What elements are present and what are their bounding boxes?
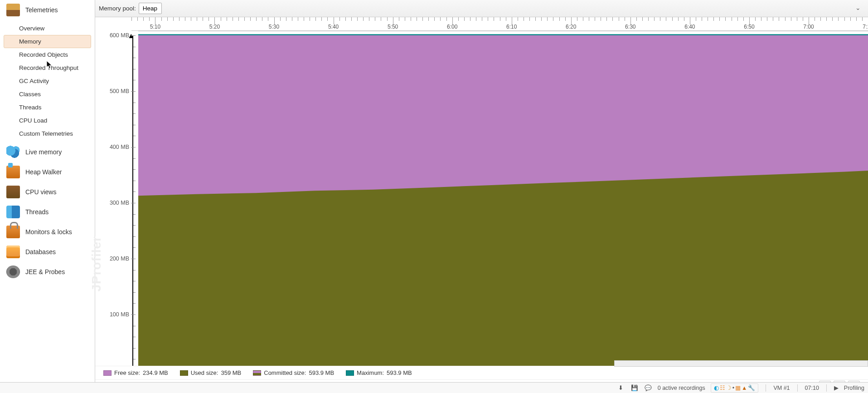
y-axis-label: 400 MB	[110, 144, 129, 150]
time-tick-minor	[417, 17, 417, 21]
time-tick-label: 5:10	[150, 24, 160, 30]
time-tick-minor	[791, 17, 791, 21]
time-tick-minor	[137, 17, 138, 21]
sidebar-section-monitors-locks[interactable]: Monitors & locks	[0, 222, 95, 242]
legend-label: Free size:	[114, 369, 140, 376]
time-tick-minor	[203, 17, 203, 21]
time-tick-label: 6:40	[684, 24, 695, 30]
y-axis-tick-minor	[133, 125, 136, 125]
time-tick-minor	[642, 17, 643, 21]
time-tick-minor	[440, 17, 441, 21]
sidebar-section-heap-walker[interactable]: Heap Walker	[0, 162, 95, 182]
time-tick-minor	[601, 17, 601, 21]
sidebar-section-label: Live memory	[25, 148, 62, 156]
telemetries-icon	[6, 4, 20, 16]
y-axis-label: 500 MB	[110, 88, 129, 94]
time-tick-minor	[167, 17, 168, 21]
time-tick-minor	[446, 17, 447, 21]
sidebar-item-cpu-load[interactable]: CPU Load	[4, 114, 91, 127]
cpu-views-icon	[6, 186, 20, 198]
legend-item: Committed size: 593.9 MB	[253, 369, 334, 376]
time-tick-minor	[280, 17, 281, 21]
sidebar-section-threads[interactable]: Threads	[0, 202, 95, 222]
time-tick-minor	[345, 17, 346, 21]
time-tick-minor	[381, 17, 381, 21]
y-axis-tick-minor	[133, 158, 136, 159]
time-tick-minor	[209, 17, 209, 21]
sidebar-section-databases[interactable]: Databases	[0, 242, 95, 262]
time-tick-minor	[702, 17, 702, 21]
time-tick-minor	[387, 17, 388, 21]
time-tick-minor	[357, 17, 358, 21]
time-tick-minor	[708, 17, 708, 21]
y-axis-label: 300 MB	[110, 200, 129, 206]
y-axis: ▲ 100 MB200 MB300 MB400 MB500 MB600 MB	[95, 31, 138, 366]
save-icon[interactable]: 💾	[630, 384, 639, 392]
y-axis-line	[132, 35, 133, 366]
time-tick-minor	[684, 17, 684, 21]
legend-item: Maximum: 593.9 MB	[346, 369, 412, 376]
sidebar-section-label: Databases	[25, 248, 56, 255]
legend-swatch	[346, 370, 354, 376]
time-tick-minor	[292, 17, 292, 21]
sidebar-section-cpu-views[interactable]: CPU views	[0, 182, 95, 202]
sidebar-section-live-memory[interactable]: Live memory	[0, 142, 95, 162]
sidebar-section-telemetries[interactable]: Telemetries	[0, 0, 95, 20]
time-tick-minor	[732, 17, 732, 21]
time-tick-minor	[713, 17, 714, 21]
y-axis-tick	[131, 147, 136, 147]
sidebar-item-threads[interactable]: Threads	[4, 101, 91, 114]
sidebar-section-label: Threads	[25, 208, 48, 216]
time-tick-minor	[149, 17, 150, 21]
time-tick-minor	[227, 17, 227, 21]
time-tick-minor	[583, 17, 583, 21]
time-tick-minor	[173, 17, 174, 21]
legend-value: 593.9 MB	[387, 369, 412, 376]
sidebar-item-gc-activity[interactable]: GC Activity	[4, 74, 91, 88]
sidebar-item-custom-telemetries[interactable]: Custom Telemetries	[4, 127, 91, 140]
y-axis-tick-minor	[133, 225, 136, 226]
sidebar-section-label: Heap Walker	[25, 168, 62, 176]
time-tick-minor	[826, 17, 827, 21]
time-tick-minor	[286, 17, 286, 21]
sidebar-item-overview[interactable]: Overview	[4, 22, 91, 35]
sidebar-item-recorded-throughput[interactable]: Recorded Throughput	[4, 61, 91, 74]
y-axis-tick-minor	[133, 337, 136, 337]
memory-pool-select[interactable]: Heap	[139, 3, 162, 14]
time-tick-label: 6:20	[566, 24, 576, 30]
time-tick-minor	[625, 17, 625, 21]
sidebar-item-recorded-objects[interactable]: Recorded Objects	[4, 48, 91, 61]
used-area	[138, 171, 868, 366]
recording-indicators[interactable]: ◐☷☽•▦▲🔧	[711, 383, 759, 393]
time-tick-minor	[221, 17, 221, 21]
y-axis-tick-minor	[133, 214, 136, 215]
time-tick-minor	[506, 17, 506, 21]
memory-pool-bar: Memory pool: Heap	[95, 0, 868, 17]
time-tick-minor	[321, 17, 322, 21]
time-tick-minor	[488, 17, 488, 21]
sidebar-item-memory[interactable]: Memory	[4, 35, 91, 48]
record-add-icon[interactable]: ⬇	[617, 384, 625, 392]
y-axis-tick	[131, 35, 136, 36]
time-tick-minor	[761, 17, 761, 21]
time-tick-minor	[191, 17, 191, 21]
time-tick-minor	[595, 17, 595, 21]
time-tick-minor	[310, 17, 310, 21]
time-tick-minor	[500, 17, 500, 21]
legend-label: Used size:	[191, 369, 218, 376]
y-axis-tick-minor	[133, 80, 136, 80]
sidebar-item-classes[interactable]: Classes	[4, 88, 91, 101]
horizontal-scrollbar[interactable]	[614, 360, 868, 367]
time-tick-minor	[755, 17, 756, 21]
time-tick-minor	[648, 17, 649, 21]
time-tick-label: 5:40	[328, 24, 339, 30]
profiling-mode-icon: ▶	[834, 384, 839, 391]
sidebar-section-jee-probes[interactable]: JEE & Probes	[0, 262, 95, 282]
time-tick-minor	[832, 17, 833, 21]
chart-plot-area[interactable]	[138, 31, 868, 366]
time-tick-minor	[547, 17, 548, 21]
chart-svg	[138, 31, 868, 366]
sidebar: TelemetriesOverviewMemoryRecorded Object…	[0, 0, 95, 393]
time-tick-minor	[434, 17, 435, 21]
y-axis-label: 100 MB	[110, 311, 129, 318]
